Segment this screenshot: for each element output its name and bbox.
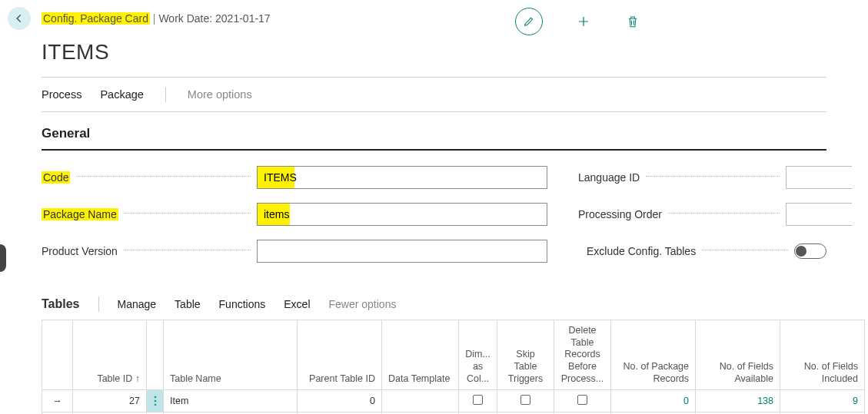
label-processing-order: Processing Order: [578, 208, 662, 220]
exclude-config-toggle[interactable]: [794, 243, 826, 259]
code-input[interactable]: [257, 166, 547, 189]
menu-more-options[interactable]: More options: [188, 88, 252, 101]
page-title: ITEMS: [42, 40, 826, 65]
svg-point-2: [154, 404, 156, 406]
label-language-id: Language ID: [578, 171, 640, 184]
menu-process[interactable]: Process: [42, 88, 81, 101]
tables-section-title: Tables: [42, 297, 80, 311]
tables-menu-manage[interactable]: Manage: [118, 298, 157, 310]
row-indicator-icon: →: [48, 396, 66, 406]
svg-point-1: [154, 400, 156, 402]
action-menu: Process Package More options: [42, 78, 826, 111]
cell-parent-id[interactable]: 0: [298, 390, 382, 412]
new-button[interactable]: [575, 13, 592, 30]
cell-dim-as-col-checkbox[interactable]: [473, 395, 483, 405]
label-package-name: Package Name: [42, 208, 118, 220]
breadcrumb: Config. Package Card | Work Date: 2021-0…: [42, 12, 271, 25]
back-button[interactable]: [8, 7, 31, 30]
col-pkg-records[interactable]: No. of Package Records: [611, 320, 696, 390]
processing-order-input[interactable]: [786, 203, 852, 226]
col-table-name[interactable]: Table Name: [164, 320, 298, 390]
edit-button[interactable]: [515, 8, 543, 35]
cell-table-name[interactable]: Item: [164, 390, 298, 412]
tables-menu-functions[interactable]: Functions: [219, 298, 266, 310]
cell-skip-triggers-checkbox[interactable]: [520, 395, 530, 405]
label-exclude-config: Exclude Config. Tables: [587, 245, 696, 257]
delete-button[interactable]: [624, 13, 641, 30]
col-data-template[interactable]: Data Template: [382, 320, 459, 390]
breadcrumb-work-date: Work Date: 2021-01-17: [158, 12, 270, 25]
table-row[interactable]: → 27 Item 0 0 138 9: [42, 390, 865, 412]
col-fields-avail[interactable]: No. of Fields Available: [696, 320, 780, 390]
tables-menu-fewer[interactable]: Fewer options: [329, 298, 397, 310]
top-bar: Config. Package Card | Work Date: 2021-0…: [0, 0, 868, 37]
product-version-input[interactable]: [257, 240, 547, 263]
col-dim-as-col[interactable]: Dim... as Col...: [459, 320, 497, 390]
language-id-input[interactable]: [786, 166, 852, 189]
col-fields-incl[interactable]: No. of Fields Included: [780, 320, 865, 390]
table-header-row: Table ID ↑ Table Name Parent Table ID Da…: [42, 320, 865, 390]
label-code: Code: [42, 171, 70, 184]
cell-table-id[interactable]: 27: [73, 390, 147, 412]
row-more-button[interactable]: [147, 390, 163, 412]
side-panel-handle[interactable]: [0, 244, 6, 272]
tables-menu-table[interactable]: Table: [175, 298, 200, 310]
menu-package[interactable]: Package: [100, 88, 143, 101]
col-delete-before[interactable]: Delete Table Records Before Process...: [554, 320, 611, 390]
svg-point-0: [154, 396, 156, 399]
label-product-version: Product Version: [42, 245, 118, 257]
breadcrumb-page-type: Config. Package Card: [42, 12, 150, 25]
package-name-input[interactable]: [257, 203, 547, 226]
col-parent-id[interactable]: Parent Table ID: [298, 320, 382, 390]
section-general-title: General: [42, 126, 826, 141]
cell-delete-before-checkbox[interactable]: [577, 395, 587, 405]
top-actions: [515, 8, 641, 35]
cell-data-template[interactable]: [382, 390, 459, 412]
tables-grid: Table ID ↑ Table Name Parent Table ID Da…: [42, 320, 865, 414]
cell-pkg-records[interactable]: 0: [683, 396, 689, 406]
tables-menu-excel[interactable]: Excel: [284, 298, 310, 310]
col-table-id[interactable]: Table ID ↑: [73, 320, 147, 390]
cell-fields-avail[interactable]: 138: [757, 396, 773, 406]
tables-toolbar: Tables Manage Table Functions Excel Fewe…: [42, 296, 826, 320]
col-skip-triggers[interactable]: Skip Table Triggers: [497, 320, 554, 390]
cell-fields-incl[interactable]: 9: [853, 396, 858, 406]
